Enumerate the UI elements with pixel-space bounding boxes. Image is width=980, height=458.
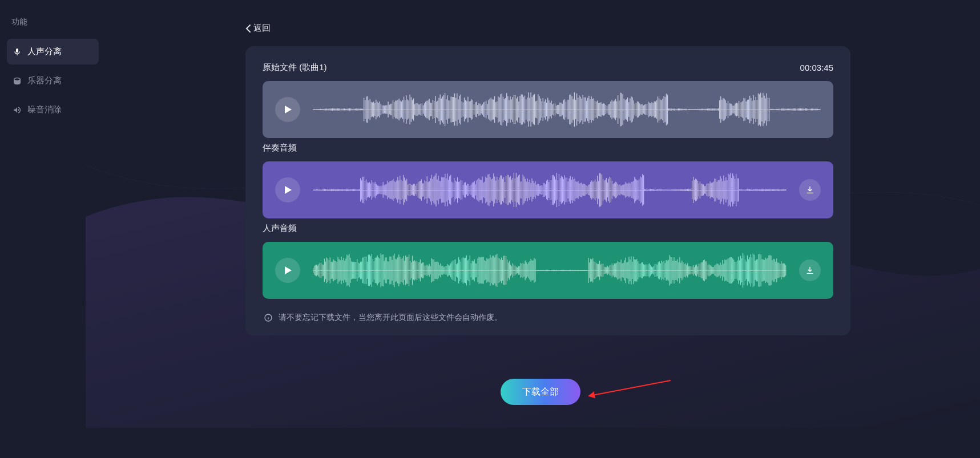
waveform-original[interactable] <box>313 91 821 128</box>
svg-rect-878 <box>356 262 356 279</box>
svg-rect-197 <box>551 101 551 119</box>
svg-rect-972 <box>462 258 462 283</box>
svg-rect-906 <box>387 261 388 279</box>
svg-rect-546 <box>455 181 455 200</box>
svg-rect-613 <box>530 183 531 197</box>
svg-rect-838 <box>784 189 785 191</box>
play-button-accompaniment[interactable] <box>275 177 300 202</box>
svg-rect-544 <box>453 183 453 197</box>
svg-rect-130 <box>470 101 470 118</box>
svg-rect-743 <box>677 189 677 191</box>
svg-rect-103 <box>437 101 438 119</box>
svg-rect-211 <box>568 100 568 119</box>
download-button-accompaniment[interactable] <box>799 179 821 201</box>
download-all-button[interactable]: 下载全部 <box>501 379 580 405</box>
sidebar-item-vocal-separation[interactable]: 人声分离 <box>7 39 99 64</box>
sidebar-item-label: 人声分离 <box>27 46 62 57</box>
sidebar-item-noise-removal[interactable]: 噪音消除 <box>7 97 99 123</box>
svg-rect-430 <box>324 189 325 191</box>
play-button-vocal[interactable] <box>275 258 300 283</box>
svg-rect-12 <box>327 109 328 110</box>
svg-rect-89 <box>421 104 421 116</box>
svg-rect-825 <box>769 189 770 191</box>
svg-rect-8 <box>322 109 323 110</box>
svg-rect-1024 <box>521 263 521 278</box>
svg-rect-1248 <box>773 259 773 282</box>
svg-rect-124 <box>463 102 463 116</box>
svg-rect-364 <box>753 95 753 124</box>
svg-rect-306 <box>683 109 683 110</box>
svg-rect-55 <box>380 102 380 117</box>
svg-rect-1221 <box>743 253 743 288</box>
svg-rect-1065 <box>567 270 567 271</box>
svg-rect-151 <box>495 102 496 117</box>
svg-rect-1151 <box>664 261 664 280</box>
svg-rect-1253 <box>779 263 779 278</box>
svg-rect-173 <box>522 95 523 124</box>
svg-rect-912 <box>394 254 394 287</box>
svg-rect-1182 <box>699 264 699 277</box>
svg-rect-863 <box>338 259 339 281</box>
svg-rect-1187 <box>704 260 705 281</box>
svg-rect-781 <box>720 176 720 204</box>
sidebar-item-instrument-separation[interactable]: 乐器分离 <box>7 68 99 94</box>
svg-rect-1116 <box>624 260 624 281</box>
svg-rect-226 <box>586 101 587 118</box>
svg-rect-294 <box>668 108 669 111</box>
svg-rect-510 <box>414 184 415 196</box>
svg-rect-14 <box>330 108 330 111</box>
play-button-original[interactable] <box>275 97 300 122</box>
svg-rect-1163 <box>677 260 677 282</box>
svg-rect-738 <box>671 189 672 191</box>
waveform-accompaniment[interactable] <box>313 172 787 208</box>
waveform-vocal[interactable] <box>313 252 787 289</box>
svg-rect-682 <box>608 179 609 201</box>
sidebar: 功能 人声分离 乐器分离 噪音消除 <box>0 0 106 458</box>
svg-rect-821 <box>765 189 765 191</box>
svg-rect-942 <box>428 266 429 275</box>
svg-rect-705 <box>634 177 635 203</box>
svg-rect-1207 <box>727 260 727 282</box>
svg-rect-154 <box>499 98 499 121</box>
svg-rect-113 <box>449 100 450 118</box>
svg-rect-842 <box>315 265 316 276</box>
svg-rect-684 <box>611 178 611 202</box>
svg-rect-470 <box>369 182 370 198</box>
svg-rect-908 <box>389 257 390 285</box>
back-button[interactable]: 返回 <box>245 23 862 34</box>
svg-rect-907 <box>388 261 389 279</box>
svg-rect-1030 <box>527 264 527 277</box>
svg-rect-1226 <box>748 260 749 282</box>
svg-rect-32 <box>352 109 352 111</box>
download-button-vocal[interactable] <box>799 260 821 281</box>
svg-rect-290 <box>664 96 664 123</box>
svg-rect-589 <box>503 177 504 203</box>
svg-rect-1164 <box>678 262 679 278</box>
svg-rect-1 <box>314 109 314 110</box>
svg-rect-658 <box>581 183 582 197</box>
svg-rect-608 <box>525 179 526 201</box>
svg-rect-573 <box>485 177 486 203</box>
svg-rect-749 <box>684 189 684 191</box>
svg-rect-3 <box>316 109 317 110</box>
svg-rect-212 <box>569 95 570 124</box>
svg-rect-1166 <box>680 263 681 278</box>
svg-rect-312 <box>690 109 691 110</box>
svg-rect-660 <box>583 184 584 196</box>
svg-rect-971 <box>461 262 461 279</box>
svg-rect-1217 <box>738 257 739 283</box>
svg-rect-606 <box>523 175 523 205</box>
svg-rect-900 <box>381 253 381 287</box>
svg-rect-258 <box>625 100 626 119</box>
svg-rect-93 <box>425 102 426 117</box>
svg-rect-90 <box>422 103 422 115</box>
svg-rect-391 <box>786 109 787 111</box>
svg-rect-755 <box>691 189 691 192</box>
svg-rect-1157 <box>670 257 671 284</box>
svg-rect-528 <box>434 176 435 205</box>
svg-rect-983 <box>474 260 475 281</box>
svg-rect-827 <box>772 189 772 191</box>
svg-rect-569 <box>481 180 481 200</box>
svg-rect-579 <box>492 179 493 201</box>
svg-rect-267 <box>636 103 636 116</box>
